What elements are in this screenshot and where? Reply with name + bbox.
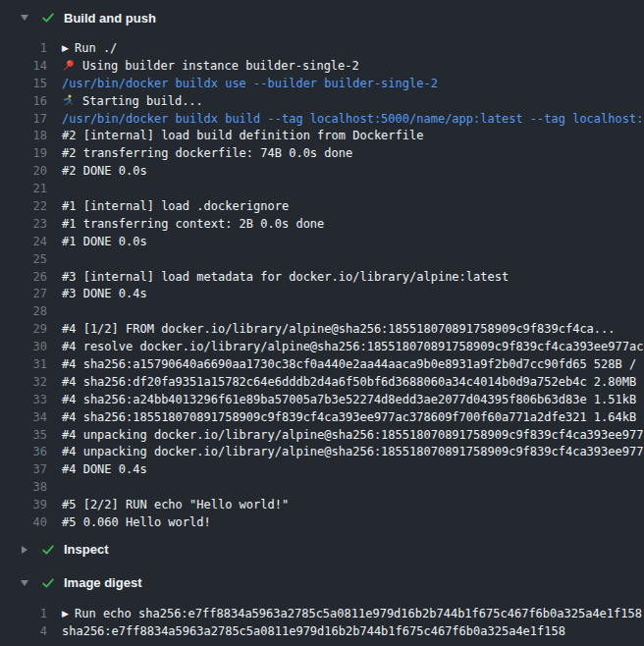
log-line: 1▶Run echo sha256:e7ff8834a5963a2785c5a0… xyxy=(0,605,644,622)
section-inspect: Inspect xyxy=(0,542,644,558)
chevron-right-icon[interactable] xyxy=(20,546,28,554)
line-number[interactable]: 31 xyxy=(0,357,47,371)
log-text: #4 sha256:a24bb4013296f61e89ba57005a7b3e… xyxy=(62,393,644,406)
log-text: #3 DONE 0.4s xyxy=(62,287,147,300)
line-number[interactable]: 17 xyxy=(0,112,47,126)
log-line: 28 xyxy=(0,302,644,320)
log-text: #4 DONE 0.4s xyxy=(62,462,147,476)
log-text: #4 unpacking docker.io/library/alpine@sh… xyxy=(62,445,644,458)
log-line: 38 xyxy=(0,478,644,496)
log-text: Run ./ xyxy=(75,41,117,55)
chevron-down-icon[interactable] xyxy=(20,580,28,586)
log-lines-image-digest: 1▶Run echo sha256:e7ff8834a5963a2785c5a0… xyxy=(0,605,644,640)
log-text: Using builder instance builder-single-2 xyxy=(82,59,359,73)
log-line: 40#5 0.060 Hello world! xyxy=(0,513,644,531)
log-text: #2 DONE 0.0s xyxy=(62,164,147,178)
line-number[interactable]: 27 xyxy=(0,287,47,300)
line-number[interactable]: 19 xyxy=(0,146,47,160)
log-line: 1▶Run ./ xyxy=(0,39,644,57)
line-number[interactable]: 15 xyxy=(0,77,47,90)
log-line: 26#3 [internal] load metadata for docker… xyxy=(0,268,644,286)
success-check-icon xyxy=(40,575,55,590)
line-number[interactable]: 23 xyxy=(0,217,47,231)
log-line: 33#4 sha256:a24bb4013296f61e89ba57005a7b… xyxy=(0,391,644,408)
run-expander-icon[interactable]: ▶ xyxy=(62,609,75,619)
run-expander-icon[interactable]: ▶ xyxy=(62,43,75,53)
log-text: #4 sha256:df20fa9351a15782c64e6dddb2d4a6… xyxy=(62,375,644,389)
log-line: 21 xyxy=(0,180,644,197)
line-number[interactable]: 1 xyxy=(0,41,47,55)
workflow-log-panel: Build and push1▶Run ./14Using builder in… xyxy=(0,0,644,646)
log-line: 25 xyxy=(0,250,644,268)
line-number[interactable]: 21 xyxy=(0,182,47,195)
log-text: #5 0.060 Hello world! xyxy=(62,515,211,529)
pushpin-icon xyxy=(62,59,75,72)
line-number[interactable]: 14 xyxy=(0,59,47,73)
chevron-down-glyph xyxy=(21,15,28,21)
line-number[interactable]: 35 xyxy=(0,428,47,442)
log-text: #1 transferring context: 2B 0.0s done xyxy=(62,217,324,231)
log-text: Run echo sha256:e7ff8834a5963a2785c5a081… xyxy=(75,607,642,620)
section-title: Inspect xyxy=(64,542,109,557)
line-number[interactable]: 28 xyxy=(0,304,47,318)
success-check-icon xyxy=(40,542,55,557)
log-line: 19#2 transferring dockerfile: 74B 0.0s d… xyxy=(0,144,644,162)
log-text: #1 DONE 0.0s xyxy=(62,235,147,248)
line-number[interactable]: 22 xyxy=(0,199,47,213)
log-lines-build-and-push: 1▶Run ./14Using builder instance builder… xyxy=(0,39,644,531)
line-number[interactable]: 33 xyxy=(0,393,47,406)
section-header-build-and-push[interactable]: Build and push xyxy=(0,10,644,26)
line-number[interactable]: 36 xyxy=(0,445,47,458)
log-text: sha256:e7ff8834a5963a2785c5a0811e979d16b… xyxy=(62,624,565,638)
line-number[interactable]: 20 xyxy=(0,164,47,178)
log-text: #4 unpacking docker.io/library/alpine@sh… xyxy=(62,428,644,442)
line-number[interactable]: 29 xyxy=(0,322,47,336)
success-check-icon xyxy=(40,11,55,26)
chevron-down-icon[interactable] xyxy=(20,15,28,21)
log-line: 16Starting build... xyxy=(0,92,644,110)
section-header-image-digest[interactable]: Image digest xyxy=(0,575,644,591)
line-number[interactable]: 40 xyxy=(0,515,47,529)
section-header-inspect[interactable]: Inspect xyxy=(0,542,644,558)
log-text: #4 resolve docker.io/library/alpine@sha2… xyxy=(62,340,644,353)
line-number[interactable]: 37 xyxy=(0,462,47,476)
line-number[interactable]: 1 xyxy=(0,607,47,620)
line-number[interactable]: 16 xyxy=(0,94,47,108)
line-number[interactable]: 34 xyxy=(0,410,47,424)
log-line: 30#4 resolve docker.io/library/alpine@sh… xyxy=(0,338,644,355)
section-build-and-push: Build and push1▶Run ./14Using builder in… xyxy=(0,10,644,531)
log-line: 37#4 DONE 0.4s xyxy=(0,460,644,478)
line-number[interactable]: 30 xyxy=(0,340,47,353)
log-line: 34#4 sha256:185518070891758909c9f839cf4c… xyxy=(0,408,644,426)
log-text: #5 [2/2] RUN echo "Hello world!" xyxy=(62,498,289,511)
log-line: 22#1 [internal] load .dockerignore xyxy=(0,197,644,215)
log-text: #1 [internal] load .dockerignore xyxy=(62,199,289,213)
line-number[interactable]: 4 xyxy=(0,624,47,638)
section-title: Build and push xyxy=(64,11,156,26)
line-number[interactable]: 39 xyxy=(0,498,47,511)
line-number[interactable]: 25 xyxy=(0,252,47,266)
chevron-right-glyph xyxy=(22,546,27,554)
line-number[interactable]: 26 xyxy=(0,270,47,284)
log-text: #4 sha256:185518070891758909c9f839cf4ca3… xyxy=(62,410,644,424)
log-line: 20#2 DONE 0.0s xyxy=(0,162,644,180)
line-number[interactable]: 38 xyxy=(0,480,47,494)
log-line: 23#1 transferring context: 2B 0.0s done xyxy=(0,215,644,233)
log-text: #2 transferring dockerfile: 74B 0.0s don… xyxy=(62,146,352,160)
line-number[interactable]: 18 xyxy=(0,129,47,142)
log-line: 29#4 [1/2] FROM docker.io/library/alpine… xyxy=(0,320,644,338)
section-image-digest: Image digest1▶Run echo sha256:e7ff8834a5… xyxy=(0,575,644,640)
chevron-down-glyph xyxy=(21,580,28,586)
line-number[interactable]: 24 xyxy=(0,235,47,248)
log-line: 4sha256:e7ff8834a5963a2785c5a0811e979d16… xyxy=(0,622,644,640)
log-line: 39#5 [2/2] RUN echo "Hello world!" xyxy=(0,496,644,513)
log-text: #4 [1/2] FROM docker.io/library/alpine@s… xyxy=(62,322,616,336)
log-line: 35#4 unpacking docker.io/library/alpine@… xyxy=(0,426,644,444)
section-title: Image digest xyxy=(64,575,141,590)
log-text: #3 [internal] load metadata for docker.i… xyxy=(62,270,509,284)
line-number[interactable]: 32 xyxy=(0,375,47,389)
log-line: 32#4 sha256:df20fa9351a15782c64e6dddb2d4… xyxy=(0,373,644,391)
log-text: Starting build... xyxy=(82,94,203,108)
log-text-command: /usr/bin/docker buildx build --tag local… xyxy=(62,112,644,126)
log-line: 24#1 DONE 0.0s xyxy=(0,233,644,250)
